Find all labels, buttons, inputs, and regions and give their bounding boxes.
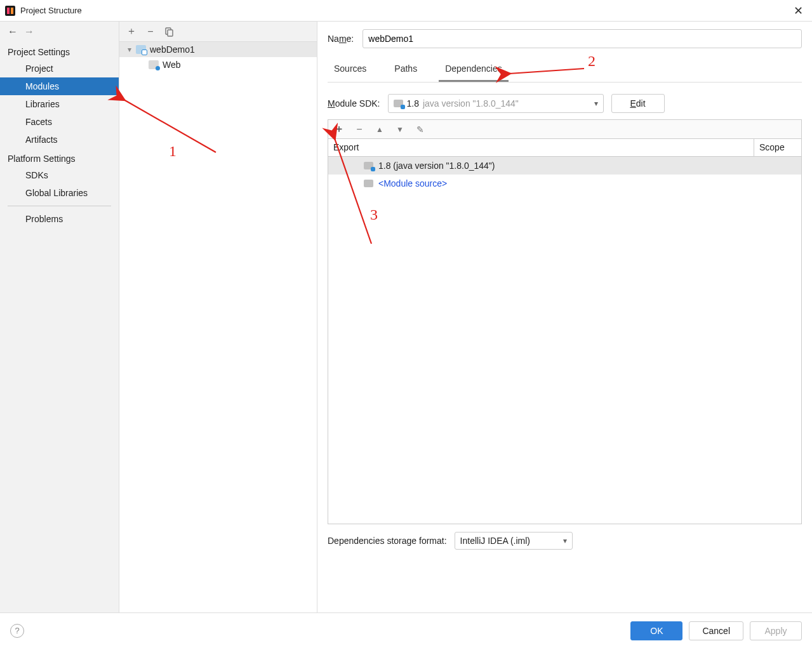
cancel-button[interactable]: Cancel [689, 621, 743, 640]
nav-item-modules[interactable]: Modules [0, 77, 119, 95]
chevron-down-icon[interactable] [123, 45, 136, 54]
dependency-table-header: Export Scope [328, 138, 802, 156]
dependency-table-body: 1.8 (java version "1.8.0_144") <Module s… [328, 156, 802, 524]
nav-item-problems[interactable]: Problems [0, 210, 119, 228]
sdk-folder-icon [394, 100, 403, 107]
folder-icon [364, 180, 373, 187]
nav-forward-icon[interactable]: → [23, 25, 36, 38]
sdk-version: 1.8 [407, 98, 419, 109]
module-folder-icon [136, 45, 146, 54]
chevron-down-icon: ▾ [594, 99, 598, 108]
nav-divider [8, 206, 111, 206]
tab-sources[interactable]: Sources [328, 60, 373, 82]
dependency-row-module-source[interactable]: <Module source> [328, 175, 801, 192]
tree-row-module[interactable]: webDemo1 [119, 42, 317, 57]
help-icon[interactable]: ? [10, 624, 24, 638]
tree-row-web[interactable]: Web [119, 57, 317, 72]
dependency-row-sdk[interactable]: 1.8 (java version "1.8.0_144") [328, 157, 801, 175]
sdk-folder-icon [364, 162, 373, 169]
content-tabs: Sources Paths Dependencies [328, 60, 802, 83]
move-up-icon[interactable]: ▲ [374, 124, 385, 135]
tab-paths[interactable]: Paths [388, 60, 423, 82]
nav-item-artifacts[interactable]: Artifacts [0, 131, 119, 149]
sdk-subtext: java version "1.8.0_144" [423, 98, 519, 109]
close-button[interactable]: ✕ [784, 0, 812, 22]
tree-web-label: Web [163, 60, 181, 70]
nav-item-project[interactable]: Project [0, 60, 119, 77]
copy-module-icon[interactable] [164, 26, 175, 37]
tree-toolbar: ＋ − [119, 22, 317, 42]
dependency-toolbar: ＋ − ▲ ▼ ✎ [328, 119, 802, 138]
remove-module-icon[interactable]: − [145, 26, 156, 37]
chevron-down-icon: ▾ [563, 536, 567, 545]
ok-button[interactable]: OK [630, 621, 682, 640]
storage-value: IntelliJ IDEA (.iml) [460, 536, 530, 546]
sdk-label: Module SDK: [328, 98, 380, 109]
edit-dependency-icon[interactable]: ✎ [415, 124, 426, 135]
web-folder-icon [149, 60, 159, 69]
add-module-icon[interactable]: ＋ [126, 26, 137, 37]
nav-back-icon[interactable]: ← [6, 25, 19, 38]
svg-rect-4 [168, 30, 173, 36]
nav-item-global-libraries[interactable]: Global Libraries [0, 184, 119, 202]
name-input[interactable] [363, 29, 802, 48]
tab-dependencies[interactable]: Dependencies [439, 60, 509, 82]
add-dependency-icon[interactable]: ＋ [333, 124, 345, 135]
content-panel: Name: Sources Paths Dependencies Module … [317, 22, 812, 612]
nav-section-project-settings: Project Settings [0, 42, 119, 60]
svg-rect-1 [7, 8, 10, 14]
nav-item-sdks[interactable]: SDKs [0, 166, 119, 184]
tree-module-label: webDemo1 [150, 44, 195, 55]
nav-section-platform-settings: Platform Settings [0, 149, 119, 166]
remove-dependency-icon[interactable]: − [354, 124, 365, 135]
window-title: Project Structure [20, 6, 784, 15]
footer: ? OK Cancel Apply [0, 612, 812, 648]
name-label: Name: [328, 34, 354, 44]
svg-rect-2 [11, 8, 13, 14]
module-tree-panel: ＋ − webDemo1 Web [119, 22, 317, 612]
col-scope-header[interactable]: Scope [754, 139, 801, 156]
edit-sdk-button[interactable]: Edit [611, 94, 665, 113]
nav-item-libraries[interactable]: Libraries [0, 95, 119, 113]
dependency-sdk-label: 1.8 (java version "1.8.0_144") [378, 161, 495, 171]
left-nav: ← → Project Settings Project Modules Lib… [0, 22, 119, 612]
sdk-select[interactable]: 1.8 java version "1.8.0_144" ▾ [388, 94, 604, 113]
nav-item-facets[interactable]: Facets [0, 113, 119, 131]
app-icon [5, 6, 15, 16]
move-down-icon[interactable]: ▼ [394, 124, 406, 135]
storage-label: Dependencies storage format: [328, 536, 447, 546]
titlebar: Project Structure ✕ [0, 0, 812, 22]
dependency-source-label: <Module source> [378, 178, 447, 188]
svg-rect-0 [5, 6, 15, 16]
col-export-header[interactable]: Export [328, 139, 754, 156]
apply-button[interactable]: Apply [750, 621, 802, 640]
storage-format-select[interactable]: IntelliJ IDEA (.iml) ▾ [455, 532, 573, 550]
